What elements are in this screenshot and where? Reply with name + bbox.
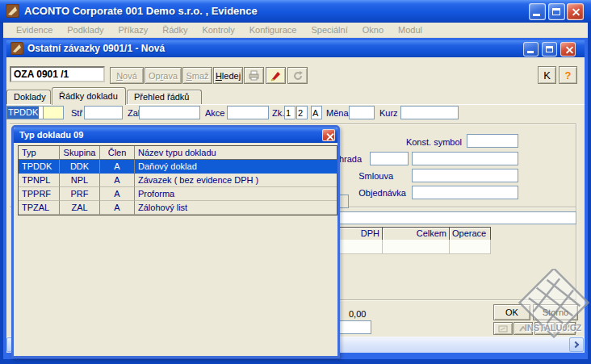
zk1-input[interactable] [284, 106, 296, 119]
akce-input[interactable] [227, 106, 269, 119]
tab-radky-dokladu[interactable]: Řádky dokladu [52, 87, 126, 105]
dialog-close-icon[interactable] [322, 129, 335, 141]
refresh-icon [292, 70, 304, 82]
app-icon [6, 4, 19, 18]
restore-icon [498, 325, 508, 333]
menu-item-radky[interactable]: Řádky [156, 25, 194, 35]
move-up-button[interactable] [513, 322, 533, 335]
scroll-right-icon[interactable] [569, 337, 584, 352]
table-row-tpprf[interactable]: TPPRF PRF A Proforma [19, 187, 337, 201]
typ-dokladu-table: Typ Skupina Člen Název typu dokladu TPDD… [18, 145, 337, 215]
doc-minimize-icon[interactable] [523, 42, 539, 56]
table-row-tpzal[interactable]: TPZAL ZAL A Zálohový list [19, 201, 337, 215]
uhrada-code-input[interactable] [370, 152, 409, 165]
find-button[interactable]: Hledej [213, 67, 243, 84]
confirm-row-button[interactable] [555, 322, 576, 335]
menu-item-okno[interactable]: Okno [356, 25, 390, 35]
restore-row-button[interactable] [493, 322, 513, 335]
objednavka-label: Objednávka [342, 188, 406, 199]
document-icon [10, 42, 23, 55]
table-row-tpnpl[interactable]: TPNPL NPL A Závazek ( bez evidence DPH ) [19, 174, 337, 187]
menu-bar: Evidence Podklady Příkazy Řádky Kontroly… [3, 23, 588, 38]
typ-dokladu-dialog: Typ dokladu 09 Typ Skupina Člen Název ty… [11, 125, 340, 358]
smlouva-input[interactable] [412, 169, 518, 182]
total-input[interactable] [336, 320, 371, 334]
dialog-titlebar: Typ dokladu 09 [14, 128, 337, 143]
konst-symbol-label: Konst. symbol [355, 137, 462, 148]
table-row-tpddk[interactable]: TPDDK DDK A Daňový doklad [19, 160, 337, 174]
refresh-button[interactable] [287, 67, 308, 84]
str-label: Stř [71, 108, 82, 119]
konst-symbol-input[interactable] [467, 134, 518, 148]
grid-cell-empty [449, 240, 491, 254]
col-clen[interactable]: Člen [100, 146, 135, 160]
tab-prehled-radku[interactable]: Přehled řádků [127, 90, 202, 105]
chevron-up-icon [519, 326, 527, 332]
group-divider-footer [340, 299, 576, 300]
doc-maximize-icon[interactable] [542, 42, 557, 56]
dialog-title: Typ dokladu 09 [19, 128, 83, 143]
ok-button[interactable]: OK [493, 304, 530, 320]
k-button[interactable]: K [538, 66, 556, 84]
edit-button[interactable]: Oprava [145, 67, 182, 84]
app-minimize-icon[interactable] [529, 3, 546, 20]
uhrada-input[interactable] [412, 152, 518, 165]
new-button[interactable]: Nová [110, 67, 144, 84]
highlighter-button[interactable] [266, 67, 286, 84]
highlighter-icon [270, 70, 282, 82]
menu-item-konfigurace[interactable]: Konfigurace [243, 25, 304, 35]
menu-item-modul[interactable]: Modul [392, 25, 429, 35]
col-typ[interactable]: Typ [19, 146, 60, 160]
printer-icon [248, 70, 260, 81]
menu-item-evidence[interactable]: Evidence [10, 25, 59, 35]
zk2-input[interactable] [296, 106, 308, 119]
akce-label: Akce [205, 108, 224, 119]
zk-label: Zk. [272, 108, 284, 119]
application-window: ACONTO Corporate 001 Demo s.r.o. , Evide… [0, 0, 591, 364]
app-maximize-icon[interactable] [548, 3, 565, 20]
grid-cell-empty [382, 240, 450, 254]
group-divider-right [576, 123, 576, 333]
mena-input[interactable] [349, 106, 375, 119]
grid-cell-empty [333, 240, 383, 254]
smlouva-label: Smlouva [342, 171, 393, 182]
col-skupina[interactable]: Skupina [60, 146, 100, 160]
pen-icon [540, 324, 549, 333]
group-divider-top [10, 123, 576, 124]
table-header-row: Typ Skupina Člen Název typu dokladu [19, 146, 337, 160]
grid-header-dph[interactable]: DPH [333, 227, 383, 241]
grid-header-celkem[interactable]: Celkem [382, 227, 450, 241]
menu-item-prikazy[interactable]: Příkazy [112, 25, 155, 35]
str-input[interactable] [84, 106, 123, 119]
typ-dokladu-lookup-field[interactable] [44, 106, 64, 119]
app-title: ACONTO Corporate 001 Demo s.r.o. , Evide… [24, 0, 258, 23]
kurz-label: Kurz [379, 108, 398, 119]
print-button[interactable] [244, 67, 264, 84]
app-close-icon[interactable] [567, 3, 584, 20]
edit-row-button[interactable] [534, 322, 555, 335]
app-titlebar: ACONTO Corporate 001 Demo s.r.o. , Evide… [0, 0, 591, 23]
kurz-input[interactable] [400, 106, 459, 119]
grid-header-operace[interactable]: Operace [449, 227, 491, 241]
pen-check-icon [561, 324, 570, 333]
objednavka-input[interactable] [412, 186, 518, 199]
document-title: Ostatní závazky 0901/1 - Nová [27, 40, 165, 57]
document-titlebar: Ostatní závazky 0901/1 - Nová [6, 40, 585, 57]
doc-close-icon[interactable] [560, 42, 576, 56]
storno-button[interactable]: Storno [533, 304, 578, 320]
delete-button[interactable]: Smaž [182, 67, 212, 84]
total-value: 0,00 [349, 309, 366, 320]
zak-input[interactable] [139, 106, 200, 119]
menu-item-specialni[interactable]: Speciální [304, 25, 354, 35]
menu-item-kontroly[interactable]: Kontroly [195, 25, 241, 35]
help-button[interactable]: ? [559, 66, 577, 84]
tab-doklady[interactable]: Doklady [6, 90, 51, 105]
typ-dokladu-value: TPDDK [7, 107, 39, 119]
document-ref-input[interactable] [10, 66, 105, 82]
menu-item-podklady[interactable]: Podklady [61, 25, 110, 35]
typ-dokladu-field[interactable]: TPDDK [6, 106, 44, 119]
mena-label: Měna [326, 108, 349, 119]
zk3-input[interactable] [311, 106, 322, 119]
col-nazev[interactable]: Název typu dokladu [135, 146, 337, 160]
